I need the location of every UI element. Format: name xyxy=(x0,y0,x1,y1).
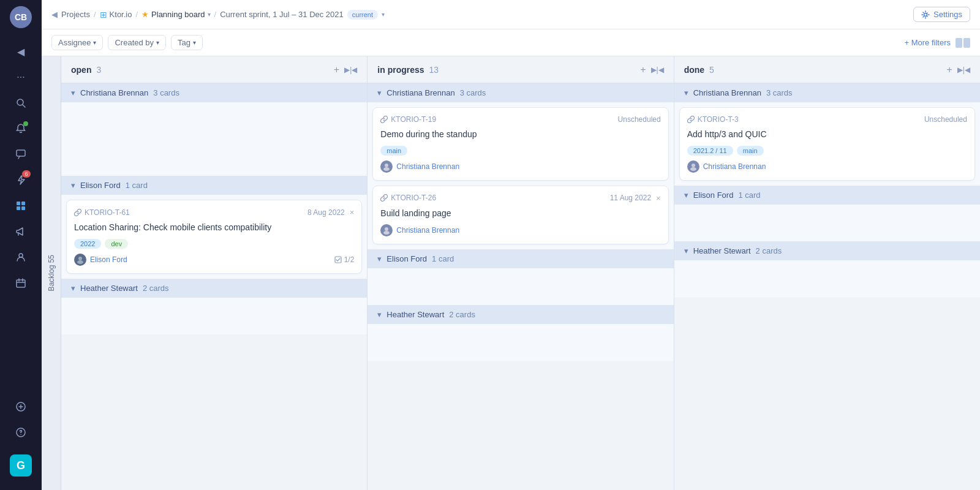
assignee-61[interactable]: Elison Ford xyxy=(74,254,127,266)
created-by-filter[interactable]: Created by ▾ xyxy=(108,35,166,50)
column-actions-done: + ▶|◀ xyxy=(947,64,970,75)
help-icon[interactable] xyxy=(10,421,32,443)
group-header-christiana-open[interactable]: ▾ Christiana Brennan 3 cards xyxy=(61,83,367,102)
card-close-61[interactable]: × xyxy=(350,208,355,217)
group-header-christiana-done[interactable]: ▾ Christiana Brennan 3 cards xyxy=(674,83,980,102)
card-ktorio-t-3[interactable]: KTORIO-T-3 Unscheduled Add http/3 and QU… xyxy=(679,107,975,181)
board-icon[interactable] xyxy=(10,195,32,217)
avatar[interactable]: CB xyxy=(10,6,32,28)
tag-2021-3[interactable]: 2021.2 / 11 xyxy=(687,146,733,156)
team-icon[interactable] xyxy=(10,246,32,268)
group-name-heather-open: Heather Stewart xyxy=(80,284,138,293)
group-collapse-elison-done[interactable]: ▾ xyxy=(684,190,688,200)
group-header-heather-done[interactable]: ▾ Heather Stewart 2 cards xyxy=(674,241,980,260)
card-date-3: Unscheduled xyxy=(924,115,967,124)
group-collapse-heather-open[interactable]: ▾ xyxy=(71,284,75,293)
card-header-19: KTORIO-T-19 Unscheduled xyxy=(380,115,660,124)
svg-point-19 xyxy=(383,167,390,171)
breadcrumb-collapse[interactable]: ◀ xyxy=(51,10,58,19)
more-filters-btn[interactable]: + More filters xyxy=(905,38,951,47)
add-card-open[interactable]: + xyxy=(334,64,339,75)
group-header-heather-inprog[interactable]: ▾ Heather Stewart 2 cards xyxy=(368,305,673,324)
tag-2022-61[interactable]: 2022 xyxy=(74,239,101,249)
group-count-heather-inprog: 2 cards xyxy=(449,310,475,319)
group-header-elison-inprog[interactable]: ▾ Elison Ford 1 card xyxy=(368,249,673,268)
search-icon[interactable] xyxy=(10,92,32,114)
assignee-19[interactable]: Christiana Brennan xyxy=(380,160,459,173)
tag-filter[interactable]: Tag ▾ xyxy=(171,35,203,50)
card-footer-61: Elison Ford 1/2 xyxy=(74,254,354,266)
breadcrumb-projects[interactable]: Projects xyxy=(61,10,90,19)
add-icon[interactable] xyxy=(10,396,32,418)
sprint-dropdown-icon[interactable]: ▾ xyxy=(382,11,385,18)
breadcrumb-board[interactable]: ★ Planning board ▾ xyxy=(141,10,210,19)
group-count-heather-open: 2 cards xyxy=(143,284,169,293)
assignee-3[interactable]: Christiana Brennan xyxy=(687,160,766,173)
assignee-26[interactable]: Christiana Brennan xyxy=(380,224,459,236)
view-toggle-icon[interactable] xyxy=(956,38,970,48)
more-icon[interactable]: ··· xyxy=(10,66,32,88)
card-footer-26: Christiana Brennan xyxy=(380,224,660,236)
group-header-heather-open[interactable]: ▾ Heather Stewart 2 cards xyxy=(61,279,367,298)
notifications-icon[interactable] xyxy=(10,118,32,140)
group-collapse-christiana-done[interactable]: ▾ xyxy=(684,88,688,97)
card-ktorio-t-26[interactable]: KTORIO-T-26 11 Aug 2022 × Build landing … xyxy=(372,186,668,245)
collapse-open[interactable]: ▶|◀ xyxy=(344,66,357,74)
group-count-heather-done: 2 cards xyxy=(756,246,782,255)
tag-dev-61[interactable]: dev xyxy=(105,239,128,249)
board-area: Backlog 55 open 3 + ▶|◀ xyxy=(42,56,980,490)
svg-rect-2 xyxy=(17,150,25,156)
breadcrumb-sep2: / xyxy=(135,10,138,19)
lightning-icon[interactable]: 6 xyxy=(10,169,32,191)
backlog-label: Backlog 55 xyxy=(47,255,56,291)
group-name-elison-done: Elison Ford xyxy=(693,190,734,200)
group-collapse-elison-open[interactable]: ▾ xyxy=(71,181,75,190)
card-ktorio-t-19[interactable]: KTORIO-T-19 Unscheduled Demo during the … xyxy=(372,107,668,181)
add-card-done[interactable]: + xyxy=(947,64,952,75)
group-header-elison-done[interactable]: ▾ Elison Ford 1 card xyxy=(674,186,980,205)
calendar-icon[interactable] xyxy=(10,272,32,294)
group-collapse-heather-inprog[interactable]: ▾ xyxy=(377,310,382,319)
group-count-christiana-done: 3 cards xyxy=(766,88,793,97)
checklist-count-61: 1/2 xyxy=(344,255,355,264)
add-card-in-progress[interactable]: + xyxy=(640,64,646,75)
assignee-filter[interactable]: Assignee ▾ xyxy=(51,35,103,50)
collapse-in-progress[interactable]: ▶|◀ xyxy=(651,66,664,74)
group-collapse-christiana-open[interactable]: ▾ xyxy=(71,88,75,97)
brand-logo[interactable]: G xyxy=(10,454,32,477)
column-open: open 3 + ▶|◀ ▾ Christiana Brennan 3 card… xyxy=(61,56,368,490)
group-collapse-heather-done[interactable]: ▾ xyxy=(684,246,688,255)
svg-point-11 xyxy=(20,434,21,435)
group-count-elison-open: 1 card xyxy=(126,181,148,190)
tag-main-19[interactable]: main xyxy=(380,146,407,156)
group-collapse-christiana-inprog[interactable]: ▾ xyxy=(377,88,382,97)
backlog-sidebar[interactable]: Backlog 55 xyxy=(42,56,61,490)
card-close-26[interactable]: × xyxy=(656,194,661,203)
svg-point-15 xyxy=(78,257,82,260)
breadcrumb-workspace[interactable]: Ktor.io xyxy=(110,10,132,19)
open-count: 3 xyxy=(96,65,101,75)
column-actions-in-progress: + ▶|◀ xyxy=(640,64,663,75)
group-header-christiana-inprog[interactable]: ▾ Christiana Brennan 3 cards xyxy=(368,83,673,102)
group-collapse-elison-inprog[interactable]: ▾ xyxy=(377,254,382,263)
link-icon-61 xyxy=(74,209,81,216)
collapse-icon[interactable]: ◀ xyxy=(10,40,32,62)
card-id-label-3: KTORIO-T-3 xyxy=(698,115,739,124)
assignee-avatar-19 xyxy=(380,160,393,173)
column-title-in-progress: in progress 13 xyxy=(377,65,439,75)
collapse-done[interactable]: ▶|◀ xyxy=(957,66,970,74)
settings-button[interactable]: Settings xyxy=(913,7,970,22)
column-done: done 5 + ▶|◀ ▾ Christiana Brennan 3 card… xyxy=(674,56,980,490)
breadcrumb-sep3: / xyxy=(214,10,217,19)
group-header-elison-open[interactable]: ▾ Elison Ford 1 card xyxy=(61,176,367,195)
card-title-26: Build landing page xyxy=(380,208,660,220)
group-content-christiana-open xyxy=(61,102,367,176)
breadcrumb-board-label: Planning board xyxy=(151,10,205,19)
card-ktorio-t-61[interactable]: KTORIO-T-61 8 Aug 2022 × Location Sharin… xyxy=(66,200,362,274)
board-dropdown-icon[interactable]: ▾ xyxy=(208,11,211,18)
chat-icon[interactable] xyxy=(10,143,32,165)
assignee-label: Assignee xyxy=(58,38,91,47)
megaphone-icon[interactable] xyxy=(10,221,32,243)
tag-chevron: ▾ xyxy=(193,39,196,46)
tag-main-3[interactable]: main xyxy=(737,146,764,156)
